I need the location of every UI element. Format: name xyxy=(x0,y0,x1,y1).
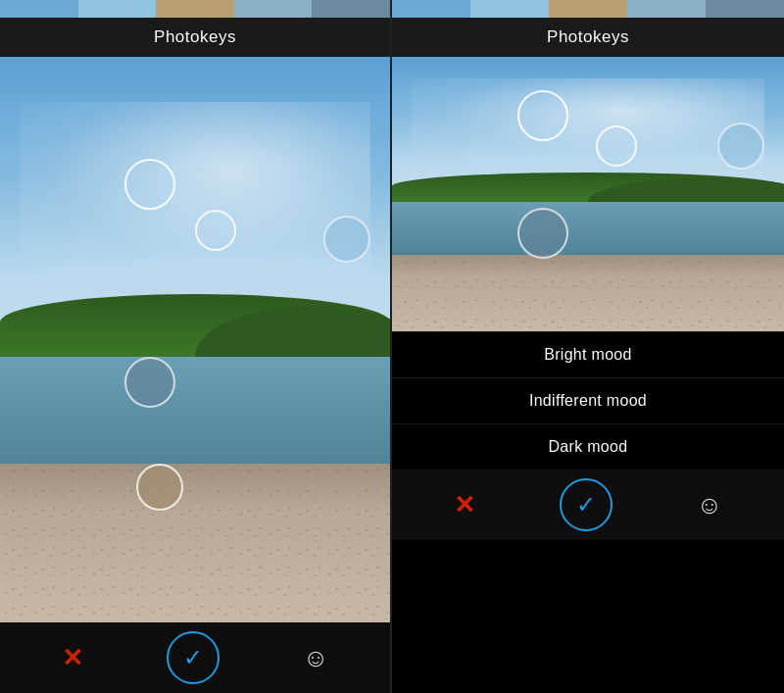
right-confirm-button[interactable]: ✓ xyxy=(560,478,612,531)
left-panel: Photokeys ✕ ✓ ☺ xyxy=(0,0,392,693)
water-color-circle[interactable] xyxy=(124,357,175,408)
right-sky-color-circle-2[interactable] xyxy=(596,125,637,167)
left-header: Photokeys xyxy=(0,18,390,57)
left-title: Photokeys xyxy=(154,27,236,46)
cancel-icon: ✕ xyxy=(62,643,83,673)
sky-color-circle-1[interactable] xyxy=(124,159,175,210)
right-water-color-circle[interactable] xyxy=(517,208,568,259)
right-mood-button[interactable]: ☺ xyxy=(697,490,723,520)
right-confirm-check-icon: ✓ xyxy=(576,491,596,519)
right-cancel-button[interactable]: ✕ xyxy=(454,490,475,520)
clouds xyxy=(20,102,370,272)
swatch-3 xyxy=(156,0,234,18)
sky-color-circle-2[interactable] xyxy=(195,210,236,251)
water xyxy=(0,357,390,481)
swatch-4 xyxy=(234,0,313,18)
left-swatches xyxy=(0,0,390,18)
right-swatch-5 xyxy=(706,0,784,18)
right-toolbar: ✕ ✓ ☺ xyxy=(392,470,784,540)
mood-menu: Bright mood Indifferent mood Dark mood xyxy=(392,331,784,470)
swatch-1 xyxy=(0,0,78,18)
right-swatch-4 xyxy=(627,0,706,18)
right-swatches xyxy=(392,0,784,18)
right-mist-color-circle[interactable] xyxy=(717,123,764,170)
right-clouds xyxy=(412,78,764,161)
mood-indifferent-label: Indifferent mood xyxy=(529,392,647,410)
right-sky-color-circle-1[interactable] xyxy=(517,90,568,141)
right-smiley-icon: ☺ xyxy=(697,490,723,520)
mood-item-bright[interactable]: Bright mood xyxy=(392,331,784,377)
beach xyxy=(0,464,390,622)
right-swatch-3 xyxy=(549,0,627,18)
left-mood-button[interactable]: ☺ xyxy=(303,643,329,673)
mist-color-circle[interactable] xyxy=(323,216,370,263)
right-cancel-icon: ✕ xyxy=(454,490,475,520)
right-swatch-1 xyxy=(392,0,470,18)
mood-dark-label: Dark mood xyxy=(549,438,628,456)
right-beach xyxy=(392,255,784,331)
right-panel: Photokeys Bright mood Indifferent mood D… xyxy=(392,0,784,693)
mood-item-indifferent[interactable]: Indifferent mood xyxy=(392,377,784,423)
right-photo-area xyxy=(392,57,784,331)
right-header: Photokeys xyxy=(392,18,784,57)
left-photo-area xyxy=(0,57,390,622)
left-cancel-button[interactable]: ✕ xyxy=(62,643,83,673)
smiley-icon: ☺ xyxy=(303,643,329,673)
left-confirm-button[interactable]: ✓ xyxy=(167,631,220,684)
swatch-5 xyxy=(312,0,390,18)
swatch-2 xyxy=(78,0,157,18)
right-title: Photokeys xyxy=(547,27,629,46)
mood-item-dark[interactable]: Dark mood xyxy=(392,423,784,470)
confirm-check-icon: ✓ xyxy=(183,644,203,671)
mood-bright-label: Bright mood xyxy=(544,346,632,364)
right-swatch-2 xyxy=(470,0,549,18)
left-toolbar: ✕ ✓ ☺ xyxy=(0,622,390,693)
